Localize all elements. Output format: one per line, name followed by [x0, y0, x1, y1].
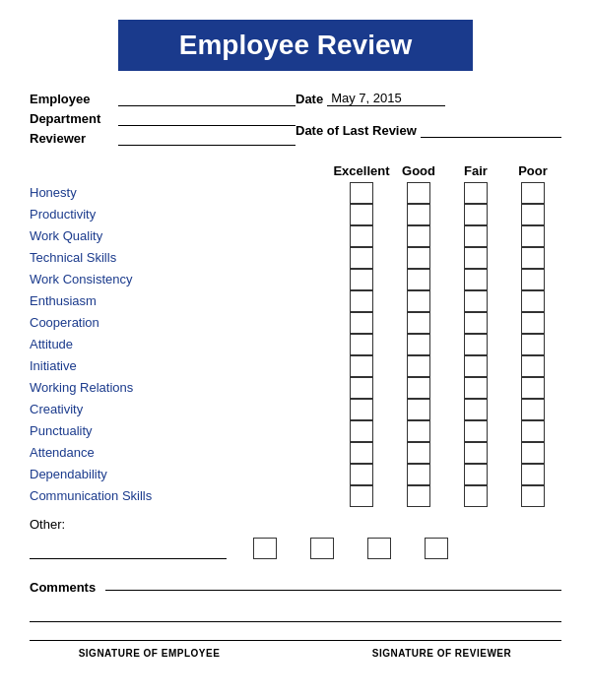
- other-fair-checkbox[interactable]: [367, 538, 391, 559]
- enthusiasm-excellent-checkbox[interactable]: [350, 290, 373, 312]
- criteria-name: Enthusiasm: [30, 290, 333, 312]
- table-row: Communication Skills: [30, 485, 561, 507]
- enthusiasm-good-checkbox[interactable]: [407, 290, 430, 312]
- initiative-poor-checkbox[interactable]: [521, 355, 545, 377]
- working-relations-fair-checkbox[interactable]: [464, 377, 488, 399]
- other-label: Other:: [30, 517, 561, 532]
- other-good-checkbox[interactable]: [310, 538, 334, 559]
- employee-input[interactable]: [118, 91, 296, 106]
- creativity-fair-checkbox[interactable]: [464, 399, 488, 420]
- date-last-review-label: Date of Last Review: [296, 123, 417, 138]
- cooperation-fair-checkbox[interactable]: [464, 312, 488, 334]
- creativity-good-checkbox[interactable]: [407, 399, 430, 420]
- productivity-poor-checkbox[interactable]: [521, 204, 545, 225]
- attitude-fair-checkbox[interactable]: [464, 334, 488, 355]
- criteria-name: Dependability: [30, 464, 333, 485]
- other-poor-checkbox[interactable]: [425, 538, 448, 559]
- date-label: Date: [296, 92, 323, 106]
- communication-skills-good-checkbox[interactable]: [407, 485, 430, 507]
- reviewer-input[interactable]: [118, 130, 296, 146]
- employee-label: Employee: [30, 92, 118, 106]
- comments-input-line2[interactable]: [30, 606, 561, 622]
- working-relations-excellent-checkbox[interactable]: [350, 377, 373, 399]
- work-consistency-excellent-checkbox[interactable]: [350, 269, 373, 290]
- employee-signature-label: SIGNATURE OF EMPLOYEE: [79, 648, 221, 659]
- working-relations-good-checkbox[interactable]: [407, 377, 430, 399]
- honesty-fair-checkbox[interactable]: [464, 182, 488, 204]
- criteria-name: Cooperation: [30, 312, 333, 334]
- working-relations-poor-checkbox[interactable]: [521, 377, 545, 399]
- criteria-name: Technical Skills: [30, 247, 333, 269]
- work-consistency-poor-checkbox[interactable]: [521, 269, 545, 290]
- cooperation-poor-checkbox[interactable]: [521, 312, 545, 334]
- attitude-excellent-checkbox[interactable]: [350, 334, 373, 355]
- initiative-good-checkbox[interactable]: [407, 355, 430, 377]
- work-quality-good-checkbox[interactable]: [407, 225, 430, 247]
- attendance-excellent-checkbox[interactable]: [350, 442, 373, 464]
- table-row: Enthusiasm: [30, 290, 561, 312]
- productivity-fair-checkbox[interactable]: [464, 204, 488, 225]
- technical-skills-good-checkbox[interactable]: [407, 247, 430, 269]
- punctuality-fair-checkbox[interactable]: [464, 420, 488, 442]
- comments-input-line1[interactable]: [105, 575, 561, 591]
- work-consistency-fair-checkbox[interactable]: [464, 269, 488, 290]
- work-quality-fair-checkbox[interactable]: [464, 225, 488, 247]
- table-row: Initiative: [30, 355, 561, 377]
- criteria-name: Initiative: [30, 355, 333, 377]
- initiative-excellent-checkbox[interactable]: [350, 355, 373, 377]
- technical-skills-fair-checkbox[interactable]: [464, 247, 488, 269]
- honesty-good-checkbox[interactable]: [407, 182, 430, 204]
- rating-columns-header: Excellent Good Fair Poor: [333, 163, 561, 178]
- criteria-name: Working Relations: [30, 377, 333, 399]
- table-row: Attitude: [30, 334, 561, 355]
- dependability-good-checkbox[interactable]: [407, 464, 430, 485]
- communication-skills-fair-checkbox[interactable]: [464, 485, 488, 507]
- work-quality-excellent-checkbox[interactable]: [350, 225, 373, 247]
- initiative-fair-checkbox[interactable]: [464, 355, 488, 377]
- date-value: May 7, 2015: [327, 91, 445, 106]
- attendance-good-checkbox[interactable]: [407, 442, 430, 464]
- honesty-excellent-checkbox[interactable]: [350, 182, 373, 204]
- criteria-name: Attendance: [30, 442, 333, 464]
- comments-label: Comments: [30, 580, 96, 595]
- cooperation-excellent-checkbox[interactable]: [350, 312, 373, 334]
- enthusiasm-fair-checkbox[interactable]: [464, 290, 488, 312]
- punctuality-good-checkbox[interactable]: [407, 420, 430, 442]
- productivity-excellent-checkbox[interactable]: [350, 204, 373, 225]
- reviewer-signature-block: SIGNATURE OF REVIEWER: [322, 645, 561, 660]
- creativity-poor-checkbox[interactable]: [521, 399, 545, 420]
- date-last-review-input[interactable]: [421, 122, 561, 138]
- technical-skills-excellent-checkbox[interactable]: [350, 247, 373, 269]
- honesty-poor-checkbox[interactable]: [521, 182, 545, 204]
- attitude-good-checkbox[interactable]: [407, 334, 430, 355]
- cooperation-good-checkbox[interactable]: [407, 312, 430, 334]
- creativity-excellent-checkbox[interactable]: [350, 399, 373, 420]
- table-row: Honesty: [30, 182, 561, 204]
- criteria-name: Honesty: [30, 182, 333, 204]
- communication-skills-poor-checkbox[interactable]: [521, 485, 545, 507]
- table-row: Work Consistency: [30, 269, 561, 290]
- productivity-good-checkbox[interactable]: [407, 204, 430, 225]
- attitude-poor-checkbox[interactable]: [521, 334, 545, 355]
- work-quality-poor-checkbox[interactable]: [521, 225, 545, 247]
- table-row: Work Quality: [30, 225, 561, 247]
- table-row: Attendance: [30, 442, 561, 464]
- col-poor: Poor: [504, 163, 561, 178]
- communication-skills-excellent-checkbox[interactable]: [350, 485, 373, 507]
- dependability-fair-checkbox[interactable]: [464, 464, 488, 485]
- technical-skills-poor-checkbox[interactable]: [521, 247, 545, 269]
- table-row: Dependability: [30, 464, 561, 485]
- enthusiasm-poor-checkbox[interactable]: [521, 290, 545, 312]
- work-consistency-good-checkbox[interactable]: [407, 269, 430, 290]
- attendance-fair-checkbox[interactable]: [464, 442, 488, 464]
- other-input[interactable]: [30, 543, 227, 559]
- department-input[interactable]: [118, 110, 296, 126]
- punctuality-excellent-checkbox[interactable]: [350, 420, 373, 442]
- other-excellent-checkbox[interactable]: [253, 538, 277, 559]
- table-row: Punctuality: [30, 420, 561, 442]
- dependability-poor-checkbox[interactable]: [521, 464, 545, 485]
- criteria-name: Punctuality: [30, 420, 333, 442]
- dependability-excellent-checkbox[interactable]: [350, 464, 373, 485]
- punctuality-poor-checkbox[interactable]: [521, 420, 545, 442]
- attendance-poor-checkbox[interactable]: [521, 442, 545, 464]
